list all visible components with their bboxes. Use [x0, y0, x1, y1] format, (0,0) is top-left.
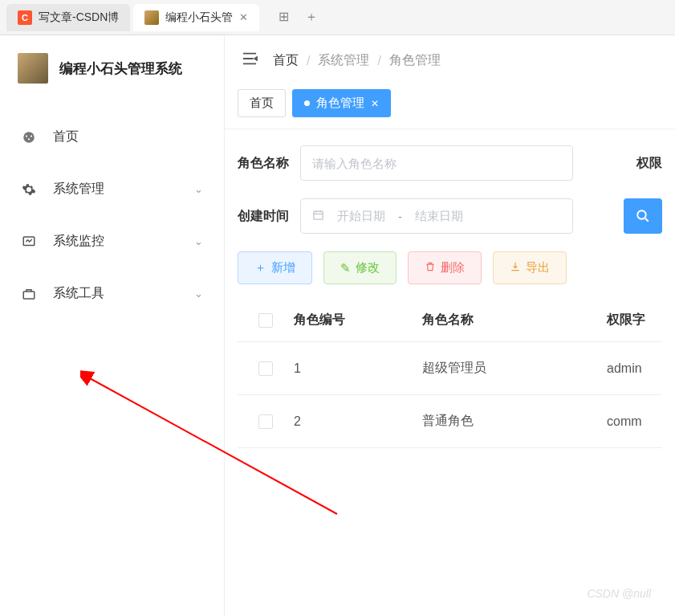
action-buttons: ＋ 新增 ✎ 修改 删除 导出	[238, 251, 662, 284]
menu-label: 系统工具	[53, 285, 194, 302]
button-label: 导出	[526, 260, 550, 275]
filter-row-2: 创建时间 开始日期 - 结束日期	[238, 198, 662, 234]
page-tab-home[interactable]: 首页	[238, 89, 286, 117]
menu-label: 系统管理	[53, 181, 194, 198]
header-role-id: 角色编号	[286, 312, 422, 328]
role-name-input[interactable]	[300, 145, 573, 181]
sidebar-header: 编程小石头管理系统	[0, 35, 224, 101]
trash-icon	[425, 261, 436, 275]
svg-point-2	[30, 135, 32, 137]
end-date-placeholder: 结束日期	[415, 209, 463, 224]
toolbox-icon	[21, 286, 37, 302]
sidebar-item-system-monitor[interactable]: 系统监控 ⌄	[0, 215, 224, 267]
edit-button[interactable]: ✎ 修改	[323, 251, 396, 284]
start-date-placeholder: 开始日期	[337, 209, 385, 224]
table-header: 角色编号 角色名称 权限字	[238, 299, 662, 342]
role-table: 角色编号 角色名称 权限字 1 超级管理员 admin 2 普通角色 comm	[238, 299, 662, 448]
cell-role-name: 普通角色	[422, 413, 607, 430]
cell-perm: admin	[607, 361, 654, 376]
csdn-icon: C	[18, 10, 32, 25]
button-label: 新增	[271, 260, 295, 275]
add-button[interactable]: ＋ 新增	[238, 251, 312, 284]
svg-point-3	[28, 138, 30, 140]
edit-icon: ✎	[340, 261, 351, 275]
menu-label: 系统监控	[53, 233, 194, 250]
row-checkbox[interactable]	[258, 361, 273, 376]
header-bar: 首页 / 系统管理 / 角色管理	[225, 35, 675, 83]
menu-label: 首页	[53, 129, 203, 145]
dashboard-icon	[21, 129, 37, 145]
page-tab-role-manage[interactable]: 角色管理 ✕	[292, 89, 391, 117]
breadcrumb-current: 角色管理	[389, 52, 441, 69]
date-range-picker[interactable]: 开始日期 - 结束日期	[300, 198, 573, 234]
chevron-down-icon: ⌄	[194, 183, 203, 195]
tab-label: 写文章-CSDN博	[39, 10, 119, 25]
chevron-down-icon: ⌄	[194, 235, 203, 247]
browser-tab-bar: C 写文章-CSDN博 编程小石头管 ✕ ⊞ ＋	[0, 0, 675, 35]
cell-perm: comm	[607, 414, 654, 429]
svg-point-1	[26, 135, 27, 137]
close-icon[interactable]: ✕	[239, 11, 248, 23]
cell-role-id: 1	[286, 361, 422, 376]
export-button[interactable]: 导出	[493, 251, 567, 284]
filter-row-1: 角色名称 权限	[238, 145, 662, 181]
header-role-name: 角色名称	[422, 312, 607, 328]
sidebar: 编程小石头管理系统 首页 系统管理 ⌄ 系统监控 ⌄	[0, 35, 225, 616]
tab-controls: ⊞ ＋	[262, 9, 318, 26]
tab-label: 角色管理	[316, 96, 364, 111]
cell-role-name: 超级管理员	[422, 360, 607, 377]
breadcrumb: 首页 / 系统管理 / 角色管理	[273, 52, 441, 69]
monitor-icon	[21, 234, 37, 250]
new-tab-icon[interactable]: ＋	[305, 9, 318, 26]
svg-rect-6	[314, 211, 323, 219]
cell-role-id: 2	[286, 414, 422, 429]
main-content: 首页 / 系统管理 / 角色管理 首页 角色管理 ✕ 角色名称 权限 创建时间	[225, 35, 675, 616]
browser-tab-csdn[interactable]: C 写文章-CSDN博	[6, 4, 130, 31]
breadcrumb-separator: /	[377, 54, 380, 68]
calendar-icon	[312, 209, 324, 223]
close-icon[interactable]: ✕	[371, 98, 379, 109]
tab-label: 编程小石头管	[165, 10, 233, 25]
app-title: 编程小石头管理系统	[59, 59, 182, 78]
search-icon	[636, 209, 650, 223]
browser-tab-app[interactable]: 编程小石头管 ✕	[133, 4, 259, 31]
search-button[interactable]	[624, 198, 662, 234]
row-checkbox[interactable]	[258, 414, 273, 429]
breadcrumb-separator: /	[307, 54, 310, 68]
gear-icon	[21, 182, 37, 198]
role-name-label: 角色名称	[238, 155, 289, 172]
date-separator: -	[398, 210, 402, 223]
sidebar-item-system-manage[interactable]: 系统管理 ⌄	[0, 163, 224, 215]
sidebar-item-system-tools[interactable]: 系统工具 ⌄	[0, 267, 224, 320]
svg-point-7	[637, 210, 646, 219]
tab-grid-icon[interactable]: ⊞	[279, 9, 289, 26]
select-all-checkbox[interactable]	[258, 313, 273, 328]
table-row[interactable]: 2 普通角色 comm	[238, 395, 662, 448]
sidebar-item-home[interactable]: 首页	[0, 111, 224, 163]
content-area: 角色名称 权限 创建时间 开始日期 - 结束日期	[225, 129, 675, 464]
app-icon	[144, 10, 159, 25]
create-time-label: 创建时间	[238, 208, 289, 225]
hamburger-icon[interactable]	[241, 51, 258, 70]
delete-button[interactable]: 删除	[408, 251, 482, 284]
button-label: 删除	[441, 260, 465, 275]
logo-icon	[18, 53, 48, 84]
header-perm: 权限字	[607, 312, 654, 328]
button-label: 修改	[356, 260, 380, 275]
table-row[interactable]: 1 超级管理员 admin	[238, 342, 662, 395]
svg-rect-5	[23, 292, 35, 299]
page-tabs: 首页 角色管理 ✕	[225, 83, 675, 129]
perm-label: 权限	[636, 155, 662, 172]
download-icon	[510, 261, 521, 275]
breadcrumb-home[interactable]: 首页	[273, 52, 299, 69]
sidebar-menu: 首页 系统管理 ⌄ 系统监控 ⌄ 系统工具 ⌄	[0, 101, 224, 329]
breadcrumb-parent[interactable]: 系统管理	[318, 52, 369, 69]
plus-icon: ＋	[254, 260, 266, 275]
svg-point-0	[23, 132, 35, 143]
watermark: CSDN @null	[587, 587, 651, 600]
app-container: 编程小石头管理系统 首页 系统管理 ⌄ 系统监控 ⌄	[0, 35, 675, 616]
chevron-down-icon: ⌄	[194, 288, 203, 300]
